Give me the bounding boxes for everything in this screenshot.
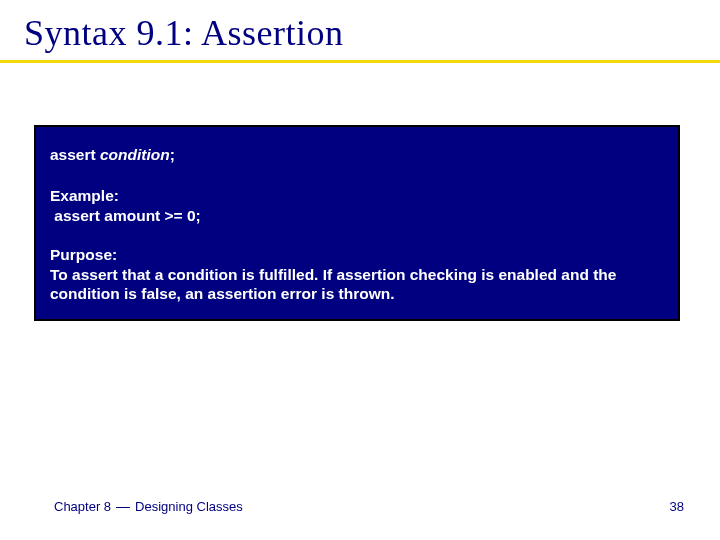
footer-chapter-suffix: Designing Classes xyxy=(135,499,243,514)
example-code: assert amount >= 0; xyxy=(50,206,664,225)
slide: Syntax 9.1: Assertion assert condition; … xyxy=(0,0,720,540)
emdash-icon xyxy=(116,507,130,508)
syntax-line: assert condition; xyxy=(50,145,664,164)
example-block: Example: assert amount >= 0; xyxy=(50,186,664,225)
title-underline xyxy=(0,60,720,63)
syntax-semicolon: ; xyxy=(170,146,175,163)
example-label: Example: xyxy=(50,186,664,205)
footer-chapter: Chapter 8 Designing Classes xyxy=(54,499,243,514)
footer-chapter-prefix: Chapter 8 xyxy=(54,499,111,514)
purpose-block: Purpose: To assert that a condition is f… xyxy=(50,245,664,303)
purpose-text: To assert that a condition is fulfilled.… xyxy=(50,265,664,304)
syntax-condition: condition xyxy=(100,146,170,163)
footer-page-number: 38 xyxy=(670,499,684,514)
syntax-box: assert condition; Example: assert amount… xyxy=(34,125,680,321)
footer: Chapter 8 Designing Classes 38 xyxy=(0,499,720,514)
slide-title: Syntax 9.1: Assertion xyxy=(24,12,696,60)
example-code-text: assert amount >= 0; xyxy=(54,207,200,224)
purpose-label: Purpose: xyxy=(50,245,664,264)
syntax-keyword: assert xyxy=(50,146,100,163)
